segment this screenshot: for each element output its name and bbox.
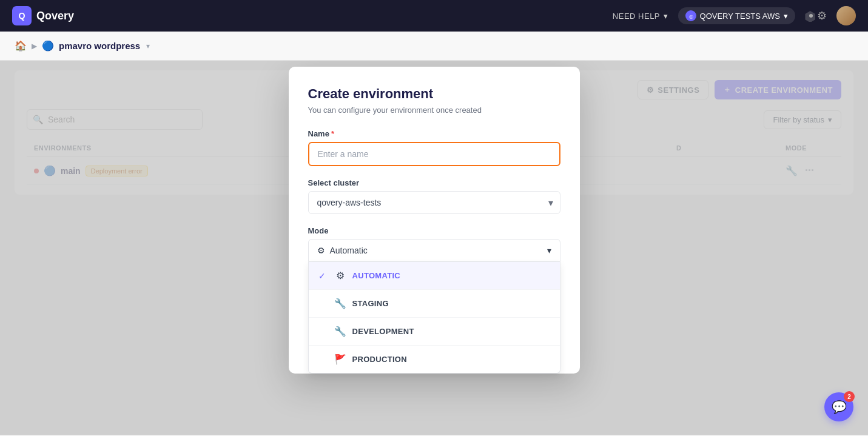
logo-area: Q Qovery	[12, 6, 74, 25]
flag-icon-production: 🚩	[334, 354, 346, 365]
svg-text:Q: Q	[18, 11, 25, 21]
mode-select-box[interactable]: ⚙ Automatic ▾	[308, 239, 560, 262]
dropdown-item-staging[interactable]: 🔧 STAGING	[309, 290, 560, 318]
modal-subtitle: You can configure your environment once …	[308, 106, 560, 115]
chat-badge: 2	[844, 391, 855, 402]
modal-overlay: Create environment You can configure you…	[0, 61, 868, 435]
home-icon[interactable]: 🏠	[15, 40, 27, 52]
dropdown-item-automatic[interactable]: ✓ ⚙ Automatic	[309, 262, 560, 290]
name-label: Name *	[308, 129, 560, 138]
breadcrumb-separator-1: ▶	[32, 42, 37, 50]
mode-selected-value: Automatic	[330, 246, 368, 255]
org-chevron-icon: ▾	[784, 12, 788, 21]
user-avatar[interactable]	[836, 6, 856, 25]
cluster-label: Select cluster	[308, 178, 560, 187]
mode-chevron-icon: ▾	[547, 246, 551, 255]
chevron-down-icon: ▾	[664, 12, 668, 21]
production-label: PRODUCTION	[352, 355, 407, 364]
tools-icon-staging: 🔧	[334, 298, 346, 309]
required-indicator: *	[331, 129, 334, 138]
chat-bubble-button[interactable]: 💬 2	[824, 392, 853, 421]
staging-label: STAGING	[352, 299, 389, 308]
modal-title: Create environment	[308, 86, 560, 102]
tools-icon-development: 🔧	[334, 326, 346, 337]
cluster-select-wrapper: qovery-aws-tests ▾	[308, 191, 560, 214]
dropdown-item-production[interactable]: 🚩 PRODUCTION	[309, 346, 560, 373]
project-name[interactable]: pmavro wordpress	[59, 41, 140, 51]
project-icon: 🔵	[42, 40, 54, 52]
main-content: ⚙ SETTINGS ＋ CREATE ENVIRONMENT 🔍 Filter…	[0, 61, 868, 435]
mode-gear-icon: ⚙	[317, 246, 325, 255]
breadcrumb: 🏠 ▶ 🔵 pmavro wordpress ▾	[0, 32, 868, 61]
need-help-button[interactable]: NEED HELP ▾	[613, 12, 668, 21]
dropdown-item-development[interactable]: 🔧 DEVELOPMENT	[309, 318, 560, 346]
gear-icon-automatic: ⚙	[334, 270, 346, 281]
automatic-label: Automatic	[352, 271, 401, 280]
project-chevron-icon[interactable]: ▾	[146, 42, 150, 50]
svg-text:◎: ◎	[688, 14, 693, 19]
org-icon: ◎	[685, 10, 696, 21]
qovery-logo-icon: Q	[12, 6, 32, 25]
app-name: Qovery	[36, 10, 74, 22]
mode-label: Mode	[308, 226, 560, 235]
environment-name-input[interactable]	[308, 142, 560, 166]
top-navigation: Q Qovery NEED HELP ▾ ◎ QOVERY TESTS AWS …	[0, 0, 868, 32]
chat-icon: 💬	[832, 400, 847, 414]
settings-icon-button[interactable]: ⚙	[805, 9, 827, 22]
development-label: DEVELOPMENT	[352, 327, 414, 336]
nav-actions: NEED HELP ▾ ◎ QOVERY TESTS AWS ▾ ⚙	[613, 6, 856, 25]
cluster-select[interactable]: qovery-aws-tests	[308, 191, 560, 214]
check-icon-automatic: ✓	[318, 271, 328, 281]
create-environment-modal: Create environment You can configure you…	[289, 67, 580, 374]
org-selector-button[interactable]: ◎ QOVERY TESTS AWS ▾	[678, 7, 795, 24]
mode-dropdown-list: ✓ ⚙ Automatic 🔧 STAGING 🔧 DEVELOPMENT	[308, 262, 560, 374]
